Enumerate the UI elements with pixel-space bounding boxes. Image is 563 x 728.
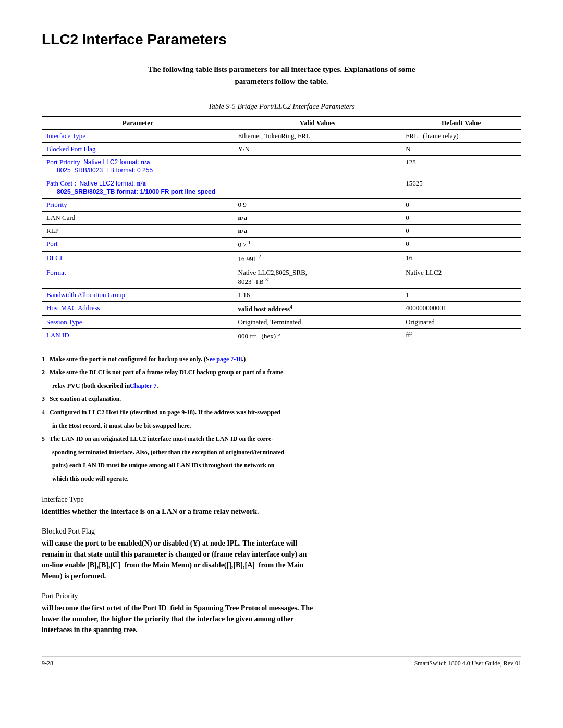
default-session-type: Originated <box>401 316 521 329</box>
col-header-default: Default Value <box>401 117 521 130</box>
intro-paragraph: The following table lists parameters for… <box>42 64 521 87</box>
valid-host-mac-address: valid host address4 <box>234 301 401 315</box>
valid-path-cost <box>234 177 401 199</box>
default-path-cost: 15625 <box>401 177 521 199</box>
default-blocked-port-flag: N <box>401 143 521 156</box>
valid-format: Native LLC2,8025_SRB,8023_TB 3 <box>234 266 401 288</box>
valid-port-priority <box>234 156 401 177</box>
table-row: Port 0 7 1 0 <box>42 238 521 252</box>
table-row: RLP n/a 0 <box>42 225 521 238</box>
default-rlp: 0 <box>401 225 521 238</box>
default-port: 0 <box>401 238 521 252</box>
section-body-port-priority: will become the first octet of the Port … <box>42 602 521 635</box>
default-port-priority: 128 <box>401 156 521 177</box>
param-lan-card: LAN Card <box>42 212 234 225</box>
table-row: Blocked Port Flag Y/N N <box>42 143 521 156</box>
footnote-2: 2 Make sure the DLCI is not part of a fr… <box>42 367 521 378</box>
page-title: LLC2 Interface Parameters <box>42 31 521 48</box>
section-body-interface-type: identifies whether the interface is on a… <box>42 506 521 517</box>
valid-dlci: 16 991 2 <box>234 252 401 266</box>
valid-lan-card: n/a <box>234 212 401 225</box>
param-dlci: DLCI <box>42 252 234 266</box>
footnote-5: 5 The LAN ID on an originated LLC2 inter… <box>42 434 521 445</box>
table-row: LAN Card n/a 0 <box>42 212 521 225</box>
footnote-2b: relay PVC (both described inChapter 7. <box>42 380 521 392</box>
default-dlci: 16 <box>401 252 521 266</box>
valid-lan-id: 000 fff (hex) 5 <box>234 329 401 343</box>
footer-document-title: SmartSwitch 1800 4.0 User Guide, Rev 01 <box>414 660 521 668</box>
param-format: Format <box>42 266 234 288</box>
default-interface-type: FRL (frame relay) <box>401 130 521 143</box>
default-lan-id: fff <box>401 329 521 343</box>
default-priority: 0 <box>401 199 521 212</box>
table-row: Port Priority Native LLC2 format: n/a 80… <box>42 156 521 177</box>
param-host-mac-address: Host MAC Address <box>42 301 234 315</box>
default-format: Native LLC2 <box>401 266 521 288</box>
table-row: DLCI 16 991 2 16 <box>42 252 521 266</box>
section-body-blocked-port-flag: will cause the port to be enabled(N) or … <box>42 538 521 582</box>
section-port-priority: Port Priority will become the first octe… <box>42 592 521 635</box>
param-rlp: RLP <box>42 225 234 238</box>
default-lan-card: 0 <box>401 212 521 225</box>
footnote-1: 1 Make sure the port is not configured f… <box>42 354 521 365</box>
footnotes-section: 1 Make sure the port is not configured f… <box>42 354 521 485</box>
footnote-5b: sponding terminated interface. Also, (ot… <box>42 447 521 459</box>
default-bandwidth-allocation-group: 1 <box>401 288 521 301</box>
footnote-4b: in the Host record, it must also be bit-… <box>42 421 521 432</box>
table-header-row: Parameter Valid Values Default Value <box>42 117 521 130</box>
page-footer: 9-28 SmartSwitch 1800 4.0 User Guide, Re… <box>42 656 521 668</box>
valid-port: 0 7 1 <box>234 238 401 252</box>
valid-interface-type: Ethernet, TokenRing, FRL <box>234 130 401 143</box>
section-blocked-port-flag: Blocked Port Flag will cause the port to… <box>42 527 521 582</box>
table-row: Host MAC Address valid host address4 400… <box>42 301 521 315</box>
table-row: LAN ID 000 fff (hex) 5 fff <box>42 329 521 343</box>
footnote-4: 4 Configured in LLC2 Host file (describe… <box>42 407 521 418</box>
section-interface-type: Interface Type identifies whether the in… <box>42 496 521 517</box>
footnote-3: 3 See caution at explanation. <box>42 393 521 405</box>
valid-priority: 0 9 <box>234 199 401 212</box>
valid-blocked-port-flag: Y/N <box>234 143 401 156</box>
table-row: Session Type Originated, Terminated Orig… <box>42 316 521 329</box>
table-row: Bandwidth Allocation Group 1 16 1 <box>42 288 521 301</box>
valid-session-type: Originated, Terminated <box>234 316 401 329</box>
param-blocked-port-flag: Blocked Port Flag <box>42 143 234 156</box>
col-header-valid: Valid Values <box>234 117 401 130</box>
param-lan-id: LAN ID <box>42 329 234 343</box>
table-row: Interface Type Ethernet, TokenRing, FRL … <box>42 130 521 143</box>
section-label-interface-type: Interface Type <box>42 496 521 504</box>
table-caption: Table 9-5 Bridge Port/LLC2 Interface Par… <box>42 103 521 111</box>
table-row: Format Native LLC2,8025_SRB,8023_TB 3 Na… <box>42 266 521 288</box>
section-label-blocked-port-flag: Blocked Port Flag <box>42 527 521 536</box>
footnote-5d: which this node will operate. <box>42 474 521 485</box>
valid-rlp: n/a <box>234 225 401 238</box>
valid-bandwidth-allocation-group: 1 16 <box>234 288 401 301</box>
param-bandwidth-allocation-group: Bandwidth Allocation Group <box>42 288 234 301</box>
param-port-priority: Port Priority Native LLC2 format: n/a 80… <box>42 156 234 177</box>
table-row: Path Cost : Native LLC2 format: n/a 8025… <box>42 177 521 199</box>
footer-page-number: 9-28 <box>42 660 53 668</box>
param-priority: Priority <box>42 199 234 212</box>
table-row: Priority 0 9 0 <box>42 199 521 212</box>
col-header-parameter: Parameter <box>42 117 234 130</box>
parameters-table: Parameter Valid Values Default Value Int… <box>42 116 521 343</box>
param-session-type: Session Type <box>42 316 234 329</box>
footnote-5c: pairs) each LAN ID must be unique among … <box>42 460 521 472</box>
param-port: Port <box>42 238 234 252</box>
section-label-port-priority: Port Priority <box>42 592 521 600</box>
param-interface-type: Interface Type <box>42 130 234 143</box>
param-path-cost: Path Cost : Native LLC2 format: n/a 8025… <box>42 177 234 199</box>
default-host-mac-address: 400000000001 <box>401 301 521 315</box>
